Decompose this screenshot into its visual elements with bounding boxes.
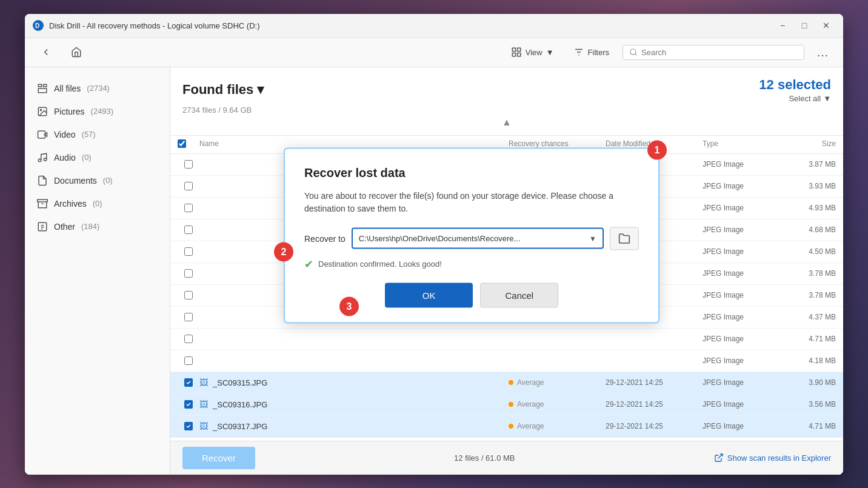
recover-button[interactable]: Recover [182, 447, 255, 469]
row-type: JPEG Image [703, 269, 775, 278]
row-size: 3.78 MB [775, 291, 836, 299]
select-all-checkbox[interactable] [178, 139, 186, 148]
row-checkbox[interactable] [178, 160, 199, 169]
row-type: JPEG Image [703, 378, 775, 387]
file-summary: 2734 files / 9.64 GB [182, 105, 831, 115]
svg-text:D: D [35, 22, 39, 29]
row-size: 4.71 MB [775, 422, 836, 430]
ok-button[interactable]: OK [385, 282, 473, 307]
show-in-explorer-link[interactable]: Show scan results in Explorer [714, 453, 831, 463]
row-size: 3.56 MB [775, 400, 836, 409]
main-window: D Disk Drill - All recovery methods - Lo… [25, 14, 843, 475]
recover-to-dropdown-arrow: ▼ [589, 234, 596, 242]
maximize-button[interactable]: □ [795, 18, 814, 33]
recover-to-input[interactable]: C:\Users\hp\OneDrive\Documents\Recovere.… [352, 228, 604, 249]
step-badge-3: 3 [339, 296, 359, 316]
search-input[interactable] [641, 48, 798, 57]
row-checkbox[interactable] [178, 269, 199, 278]
row-size: 3.87 MB [775, 160, 836, 169]
sidebar-label-audio: Audio [54, 153, 76, 162]
row-type: JPEG Image [703, 182, 775, 190]
footer-file-count: 12 files / 61.0 MB [454, 453, 515, 463]
row-type: JPEG Image [703, 291, 775, 299]
row-type: JPEG Image [703, 335, 775, 343]
table-row: 🖼 _SC09318.JPG Average 29-12-2021 14:25 … [170, 438, 843, 441]
select-all-row[interactable]: Select all ▼ [759, 94, 831, 103]
row-size: 4.50 MB [775, 247, 836, 256]
recover-dialog: Recover lost data You are about to recov… [284, 147, 659, 323]
sidebar-item-audio[interactable]: Audio (0) [25, 146, 170, 169]
select-all-label: Select all [789, 94, 821, 103]
row-date: 29-12-2021 14:25 [606, 400, 703, 409]
row-date: 29-12-2021 14:25 [606, 378, 703, 387]
recover-to-label: Recover to [304, 233, 346, 243]
svg-rect-12 [44, 84, 47, 87]
close-button[interactable]: ✕ [816, 18, 836, 33]
file-icon: 🖼 [199, 378, 208, 387]
found-files-label: Found files [182, 82, 253, 98]
modal-description: You are about to recover the file(s) fou… [304, 189, 639, 215]
sidebar-item-other[interactable]: Other (184) [25, 215, 170, 238]
sidebar-item-archives[interactable]: Archives (0) [25, 192, 170, 215]
row-size: 4.68 MB [775, 226, 836, 234]
sidebar-count-audio: (0) [82, 153, 92, 162]
chance-dot [509, 380, 513, 385]
minimize-button[interactable]: − [773, 18, 792, 33]
back-button[interactable] [35, 43, 58, 61]
row-size: 3.78 MB [775, 269, 836, 278]
filters-button[interactable]: Filters [567, 43, 615, 61]
row-checkbox[interactable] [178, 335, 199, 343]
svg-line-10 [635, 54, 637, 56]
filters-label: Filters [588, 48, 609, 57]
row-checkbox[interactable] [178, 356, 199, 365]
svg-point-15 [40, 109, 41, 110]
sidebar-count-all-files: (2734) [87, 84, 110, 93]
cancel-button[interactable]: Cancel [480, 282, 558, 307]
row-size: 4.71 MB [775, 335, 836, 343]
found-files-title[interactable]: Found files ▾ [182, 82, 264, 98]
row-checkbox[interactable] [178, 291, 199, 299]
svg-point-9 [630, 49, 636, 55]
step-badge-1: 1 [647, 140, 667, 159]
collapse-arrow[interactable]: ▲ [182, 115, 831, 130]
sidebar-item-all-files[interactable]: All files (2734) [25, 77, 170, 100]
sidebar-count-video: (57) [82, 130, 96, 139]
more-options-button[interactable]: … [812, 43, 833, 62]
sidebar-label-video: Video [54, 130, 76, 139]
svg-rect-20 [38, 199, 48, 202]
row-type: JPEG Image [703, 313, 775, 321]
explorer-icon [714, 453, 724, 463]
row-name: 🖼 _SC09315.JPG [199, 378, 509, 387]
row-checkbox[interactable] [178, 182, 199, 190]
sidebar-item-documents[interactable]: Documents (0) [25, 169, 170, 192]
row-recovery: Average [509, 422, 606, 430]
sidebar-label-pictures: Pictures [54, 107, 85, 116]
row-checkbox[interactable] [178, 226, 199, 234]
file-icon: 🖼 [199, 399, 208, 409]
browse-folder-button[interactable] [610, 227, 639, 250]
row-checkbox[interactable] [178, 400, 199, 409]
destination-ok: ✔ Destination confirmed. Looks good! [304, 257, 639, 270]
sidebar-item-video[interactable]: Video (57) [25, 123, 170, 146]
home-button[interactable] [65, 43, 88, 61]
show-explorer-label: Show scan results in Explorer [727, 453, 831, 463]
sidebar-label-documents: Documents [54, 176, 97, 186]
row-checkbox[interactable] [178, 422, 199, 430]
sidebar-item-pictures[interactable]: Pictures (2493) [25, 100, 170, 123]
svg-rect-4 [517, 53, 520, 56]
view-button[interactable]: View ▼ [505, 43, 560, 61]
row-type: JPEG Image [703, 422, 775, 430]
sidebar-count-other: (184) [81, 222, 99, 231]
row-checkbox[interactable] [178, 204, 199, 212]
toolbar: View ▼ Filters … [25, 38, 843, 67]
svg-rect-13 [38, 89, 47, 93]
row-checkbox[interactable] [178, 313, 199, 321]
row-checkbox[interactable] [178, 378, 199, 387]
row-checkbox[interactable] [178, 247, 199, 256]
window-title: Disk Drill - All recovery methods - Logi… [49, 21, 773, 30]
header-type: Type [703, 139, 775, 150]
svg-line-26 [718, 454, 722, 458]
recover-to-row: Recover to C:\Users\hp\OneDrive\Document… [304, 227, 639, 250]
row-type: JPEG Image [703, 204, 775, 212]
sidebar-label-archives: Archives [54, 199, 87, 209]
